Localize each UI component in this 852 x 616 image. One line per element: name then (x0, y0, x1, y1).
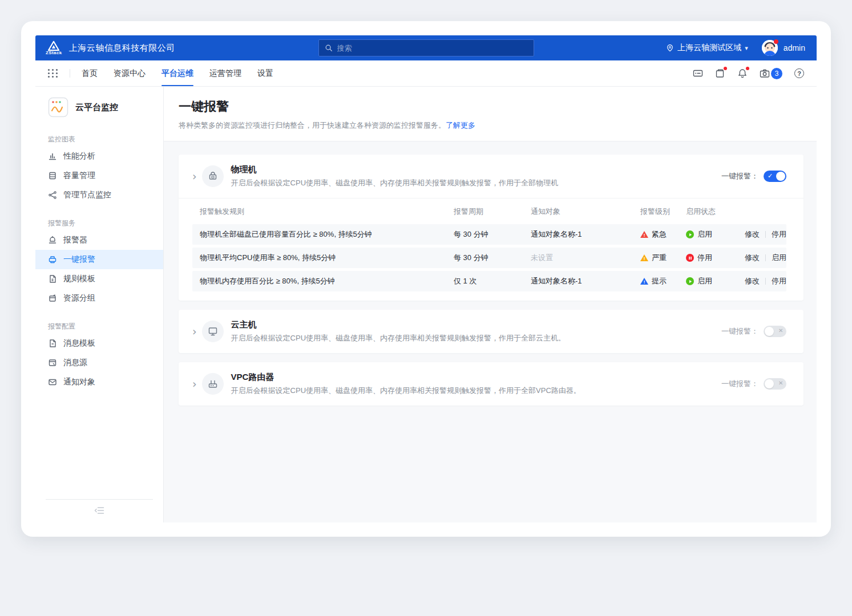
level-label: 提示 (652, 276, 667, 286)
sidebar-item-label: 报警器 (63, 235, 87, 245)
expand-chevron-icon[interactable]: › (192, 326, 197, 337)
sidebar-item-capacity-mgmt[interactable]: 容量管理 (35, 166, 163, 185)
user-avatar[interactable] (762, 40, 778, 56)
notify-target: 未设置 (531, 253, 640, 263)
console-icon[interactable] (693, 68, 703, 78)
card-vpc-router: › VPC路由器 开启后会根据设定CPU使用率、磁盘使用率、内存使用率相关报警规… (179, 362, 803, 406)
card-physical-host: › 物理机 开启后会根据设定CPU使用率、磁盘使用率、内存使用率相关报警规则触发… (179, 155, 803, 301)
sidebar-collapse-button[interactable] (35, 500, 163, 522)
card-vm-instance: › 云主机 开启后会根据设定CPU使用率、磁盘使用率、内存使用率相关报警规则触发… (179, 310, 803, 353)
region-selector[interactable]: 上海云轴测试区域 ▾ (666, 43, 748, 53)
rule-template-icon (48, 274, 57, 283)
one-key-alarm-toggle[interactable]: ✕ (764, 326, 786, 337)
apps-grid-icon[interactable] (48, 69, 58, 78)
action-divider (765, 254, 766, 261)
one-key-alarm-toggle-label: 一键报警： (721, 379, 758, 389)
sidebar-item-alarms[interactable]: 报警器 (35, 230, 163, 250)
camera-icon[interactable]: 3 (760, 68, 782, 79)
company-name: 上海云轴信息科技有限公司 (69, 43, 175, 54)
modify-action[interactable]: 修改 (745, 253, 760, 263)
level-info-icon: ! (640, 278, 648, 285)
col-header-rule: 报警触发规则 (200, 206, 454, 217)
alarm-rule-table: 报警触发规则 报警周期 通知对象 报警级别 启用状态 物理机全部磁盘已使用容量百… (179, 198, 803, 301)
table-row: 物理机平均CPU使用率 ≥ 80%, 持续5分钟 每 30 分钟 未设置 !严重… (192, 248, 786, 268)
notify-object-icon (48, 378, 57, 387)
nav-item-settings[interactable]: 设置 (257, 60, 273, 86)
vpc-router-icon (208, 379, 218, 389)
sidebar-item-performance-analysis[interactable]: 性能分析 (35, 147, 163, 166)
status-label: 停用 (697, 253, 712, 263)
notify-target: 通知对象名称-1 (531, 229, 640, 240)
zstack-logo: ZStack (46, 40, 62, 55)
nav-item-operation-mgmt[interactable]: 运营管理 (209, 60, 241, 86)
sidebar-item-notify-objects[interactable]: 通知对象 (35, 372, 163, 392)
learn-more-link[interactable]: 了解更多 (446, 121, 475, 129)
card-description: 开启后会根据设定CPU使用率、磁盘使用率、内存使用率相关报警规则触发报警，作用于… (231, 333, 566, 343)
nav-divider (70, 69, 70, 78)
sidebar-item-rule-templates[interactable]: 规则模板 (35, 269, 163, 289)
table-row: 物理机内存使用百分比 ≥ 80%, 持续5分钟 仅 1 次 通知对象名称-1 !… (192, 271, 786, 291)
modify-action[interactable]: 修改 (745, 276, 760, 286)
host-icon (208, 171, 218, 181)
alarm-period: 每 30 分钟 (454, 229, 531, 240)
sidebar-item-label: 资源分组 (63, 293, 95, 303)
cross-icon: ✕ (778, 380, 783, 386)
rule-text: 物理机内存使用百分比 ≥ 80%, 持续5分钟 (200, 276, 454, 286)
sidebar-item-label: 规则模板 (63, 274, 95, 284)
nav-item-platform-ops[interactable]: 平台运维 (161, 60, 193, 86)
sidebar-item-message-sources[interactable]: 消息源 (35, 353, 163, 372)
modify-action[interactable]: 修改 (745, 229, 760, 240)
table-header-row: 报警触发规则 报警周期 通知对象 报警级别 启用状态 (192, 202, 786, 221)
enable-action[interactable]: 启用 (772, 253, 786, 263)
card-title: 物理机 (231, 164, 558, 175)
username[interactable]: admin (784, 43, 805, 52)
rule-text: 物理机全部磁盘已使用容量百分比 ≥ 80%, 持续5分钟 (200, 229, 454, 240)
nav-item-resource-center[interactable]: 资源中心 (114, 60, 146, 86)
cross-icon: ✕ (778, 327, 783, 334)
alarm-period: 每 30 分钟 (454, 253, 531, 263)
global-search[interactable] (318, 39, 534, 56)
avatar-notification-dot (774, 39, 778, 44)
level-severe-icon: ! (640, 254, 648, 262)
status-disabled-icon (686, 254, 694, 262)
message-template-icon (48, 339, 57, 348)
one-key-alarm-toggle-label: 一键报警： (721, 171, 758, 181)
message-source-icon (48, 358, 57, 367)
page-subtitle: 将种类繁多的资源监控项进行归纳整合，用于快速建立各种资源的监控报警服务。 (179, 121, 446, 129)
one-key-alarm-toggle[interactable]: ✓ (764, 171, 786, 182)
sidebar-item-label: 消息模板 (63, 338, 95, 348)
check-icon: ✓ (768, 172, 773, 180)
rule-text: 物理机平均CPU使用率 ≥ 80%, 持续5分钟 (200, 253, 454, 263)
sidebar-item-label: 一键报警 (63, 254, 95, 265)
disable-action[interactable]: 停用 (772, 229, 786, 240)
status-enabled-icon (686, 230, 694, 238)
one-key-alarm-toggle[interactable]: ✕ (764, 378, 786, 390)
one-key-alarm-icon (48, 255, 57, 264)
search-input[interactable] (337, 44, 528, 52)
clipboard-icon[interactable] (715, 68, 725, 78)
sidebar-item-resource-groups[interactable]: 资源分组 (35, 289, 163, 308)
status-enabled-icon (686, 277, 694, 285)
sidebar: 云平台监控 监控图表 性能分析 容量管理 管理节点监控 报警服务 (35, 87, 164, 522)
sidebar-item-label: 容量管理 (63, 171, 95, 181)
notify-target: 通知对象名称-1 (531, 276, 640, 286)
nav-item-home[interactable]: 首页 (82, 60, 98, 86)
disable-action[interactable]: 停用 (772, 276, 786, 286)
status-label: 启用 (697, 276, 712, 286)
col-header-period: 报警周期 (454, 206, 531, 217)
help-icon[interactable]: ? (794, 68, 804, 78)
alarm-period: 仅 1 次 (454, 276, 531, 286)
bell-icon[interactable] (737, 68, 748, 78)
page-title: 一键报警 (179, 98, 802, 115)
sidebar-item-one-key-alarm[interactable]: 一键报警 (35, 250, 163, 269)
chevron-down-icon: ▾ (745, 44, 748, 52)
location-pin-icon (666, 44, 674, 52)
sidebar-item-message-templates[interactable]: 消息模板 (35, 334, 163, 353)
sidebar-item-mgmt-node-monitor[interactable]: 管理节点监控 (35, 185, 163, 205)
vm-icon (208, 326, 218, 337)
sidebar-group-alarm-config: 报警配置 (35, 322, 163, 334)
snapshot-count-badge[interactable]: 3 (771, 68, 782, 79)
sidebar-item-label: 性能分析 (63, 151, 95, 161)
expand-chevron-icon[interactable]: › (192, 379, 197, 390)
expand-chevron-icon[interactable]: › (192, 171, 197, 182)
